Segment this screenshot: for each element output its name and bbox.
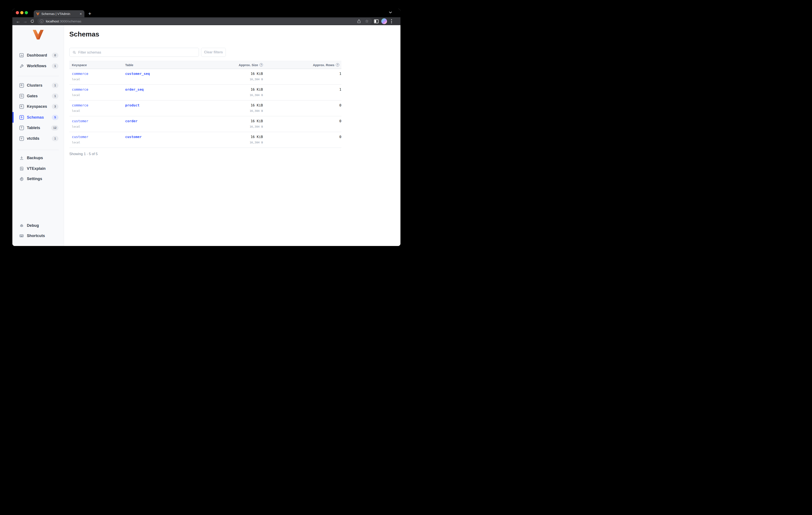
toolbar-right-icons <box>374 18 393 24</box>
sidebar-item-settings[interactable]: Settings <box>12 173 64 184</box>
keyspace-link[interactable]: commerce <box>72 72 88 76</box>
keyspace-link[interactable]: customer <box>72 119 88 123</box>
table-row: customer local corder 16 KiB 16,384 B 0 <box>69 116 341 132</box>
count-badge: 1 <box>52 136 58 141</box>
approx-size: 16 KiB <box>196 103 263 107</box>
col-header-keyspace: Keyspace <box>69 61 123 69</box>
page-title: Schemas <box>69 30 99 38</box>
count-badge: 1 <box>52 93 58 99</box>
schemas-page: Schemas Clear filters Keyspace Table <box>64 25 401 246</box>
table-row: customer local customer 16 KiB 16,384 B … <box>69 132 341 148</box>
search-icon <box>72 51 76 54</box>
col-header-approx-size: Approx. Size? <box>193 61 263 69</box>
col-header-approx-rows: Approx. Rows? <box>263 61 341 69</box>
profile-avatar[interactable] <box>381 18 387 24</box>
filter-row: Clear filters <box>69 48 226 57</box>
table-link[interactable]: customer_seq <box>125 72 150 76</box>
approx-rows: 0 <box>263 116 341 132</box>
sidebar-item-tablets[interactable]: T Tablets 12 <box>12 123 64 133</box>
approx-size: 16 KiB <box>196 119 263 123</box>
wrench-icon <box>19 63 24 68</box>
table-row: commerce local product 16 KiB 16,384 B 0 <box>69 101 341 116</box>
bookmark-star-icon[interactable]: ☆ <box>365 19 369 24</box>
sidebar-item-vtexplain[interactable]: VTExplain <box>12 163 64 174</box>
side-panel-icon[interactable] <box>374 20 378 23</box>
sidebar-item-debug[interactable]: Debug <box>12 220 64 231</box>
sidebar-item-clusters[interactable]: R Clusters 1 <box>12 80 64 91</box>
tab-strip: Schemas | VTAdmin × + <box>12 9 401 17</box>
sidebar-item-shortcuts[interactable]: Shortcuts <box>12 231 64 241</box>
vtctlds-letter-icon: V <box>19 136 24 141</box>
count-badge: 5 <box>52 115 58 120</box>
approx-rows: 0 <box>263 132 341 148</box>
table-link[interactable]: corder <box>125 119 138 123</box>
url-bar[interactable]: i localhost:3000/schemas ☆ <box>37 18 372 24</box>
table-row: commerce local order_seq 16 KiB 16,384 B… <box>69 85 341 101</box>
sidebar-item-keyspaces[interactable]: K Keyspaces 3 <box>12 101 64 112</box>
keyspace-link[interactable]: commerce <box>72 87 88 91</box>
clusters-letter-icon: R <box>19 83 24 88</box>
sidebar-item-schemas[interactable]: S Schemas 5 <box>12 112 64 123</box>
reload-button[interactable] <box>29 18 35 25</box>
count-badge: 1 <box>52 83 58 88</box>
sidebar-item-gates[interactable]: G Gates 1 <box>12 91 64 101</box>
browser-tab[interactable]: Schemas | VTAdmin × <box>34 10 84 17</box>
cluster-name: local <box>72 78 123 81</box>
bar-chart-icon <box>19 53 24 58</box>
table-row: commerce local customer_seq 16 KiB 16,38… <box>69 69 341 85</box>
browser-toolbar: ← → i localhost:3000/schemas ☆ <box>12 17 401 25</box>
reload-icon <box>30 19 34 23</box>
site-info-icon[interactable]: i <box>40 20 44 23</box>
schemas-letter-icon: S <box>19 115 24 120</box>
size-bytes: 16,384 B <box>196 125 263 128</box>
size-bytes: 16,384 B <box>196 109 263 112</box>
filter-schemas-input[interactable] <box>78 50 196 54</box>
zoom-window-button[interactable] <box>25 11 28 14</box>
table-link[interactable]: customer <box>125 135 142 139</box>
url-host: localhost <box>46 20 59 23</box>
tab-search-chevron-icon[interactable] <box>389 11 392 13</box>
help-icon[interactable]: ? <box>260 63 263 66</box>
browser-window: Schemas | VTAdmin × + ← → i localhost:30… <box>12 9 401 246</box>
gates-letter-icon: G <box>19 94 24 98</box>
download-icon <box>19 156 24 160</box>
new-tab-button[interactable]: + <box>87 10 93 17</box>
cluster-name: local <box>72 125 123 128</box>
browser-menu-icon[interactable] <box>390 18 393 24</box>
close-window-button[interactable] <box>16 11 19 14</box>
count-badge: 3 <box>52 104 58 109</box>
sidebar-divider <box>18 76 59 76</box>
approx-size: 16 KiB <box>196 72 263 76</box>
help-icon[interactable]: ? <box>336 63 339 66</box>
tablets-letter-icon: T <box>19 126 24 130</box>
count-badge: 0 <box>52 53 58 58</box>
approx-rows: 1 <box>263 69 341 85</box>
sidebar-item-backups[interactable]: Backups <box>12 153 64 163</box>
filter-input-wrap <box>69 48 199 57</box>
tab-title: Schemas | VTAdmin <box>41 12 79 16</box>
tab-close-icon[interactable]: × <box>79 12 82 16</box>
size-bytes: 16,384 B <box>196 78 263 81</box>
keyspace-link[interactable]: customer <box>72 135 88 139</box>
approx-rows: 0 <box>263 101 341 116</box>
share-icon[interactable] <box>357 19 361 23</box>
table-header-row: Keyspace Table Approx. Size? Approx. Row… <box>69 61 341 69</box>
sidebar-item-workflows[interactable]: Workflows 1 <box>12 61 64 71</box>
sidebar-item-vtctlds[interactable]: V vtctlds 1 <box>12 133 64 144</box>
minimize-window-button[interactable] <box>20 11 24 14</box>
clear-filters-button[interactable]: Clear filters <box>201 48 226 57</box>
results-summary: Showing 1 - 5 of 5 <box>69 152 98 156</box>
back-button[interactable]: ← <box>15 18 21 25</box>
bug-icon <box>19 223 24 228</box>
sidebar: Dashboard 0 Workflows 1 R Clusters 1 G G… <box>12 25 64 246</box>
approx-size: 16 KiB <box>196 87 263 91</box>
keyspace-link[interactable]: commerce <box>72 103 88 107</box>
cluster-name: local <box>72 93 123 97</box>
forward-button[interactable]: → <box>22 18 28 25</box>
col-header-table: Table <box>123 61 193 69</box>
page-content: Dashboard 0 Workflows 1 R Clusters 1 G G… <box>12 25 401 246</box>
table-link[interactable]: product <box>125 103 140 107</box>
table-link[interactable]: order_seq <box>125 87 144 91</box>
sidebar-item-dashboard[interactable]: Dashboard 0 <box>12 50 64 61</box>
gear-icon <box>19 177 24 181</box>
